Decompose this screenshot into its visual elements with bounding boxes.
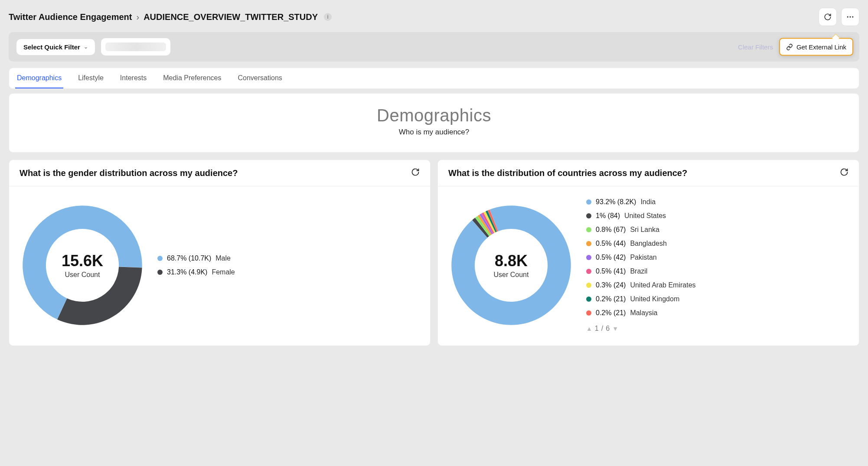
country-donut-chart bbox=[448, 202, 574, 328]
legend-label: Malaysia bbox=[630, 309, 657, 317]
breadcrumb-root[interactable]: Twitter Audience Engagement bbox=[9, 12, 132, 22]
legend-item[interactable]: 0.5% (44)Bangladesh bbox=[586, 240, 848, 248]
gender-donut: 15.6K User Count bbox=[20, 202, 145, 328]
legend-item[interactable]: 0.8% (67)Sri Lanka bbox=[586, 226, 848, 234]
legend-percent: 0.8% (67) bbox=[596, 226, 626, 234]
country-distribution-card: What is the distribution of countries ac… bbox=[437, 160, 859, 346]
legend-percent: 93.2% (8.2K) bbox=[596, 198, 636, 206]
quick-filter-label: Select Quick Filter bbox=[23, 43, 80, 51]
legend-swatch bbox=[586, 241, 591, 246]
legend-percent: 0.5% (44) bbox=[596, 240, 626, 248]
refresh-button[interactable] bbox=[819, 8, 837, 26]
more-horiz-icon bbox=[846, 13, 855, 21]
legend-label: Male bbox=[215, 254, 231, 262]
more-button[interactable] bbox=[841, 8, 859, 26]
pager-next-button[interactable]: ▼ bbox=[612, 325, 618, 332]
legend-label: Pakistan bbox=[630, 254, 656, 261]
legend-label: India bbox=[640, 198, 656, 206]
legend-item[interactable]: 0.3% (24)United Arab Emirates bbox=[586, 281, 848, 289]
pager-prev-button[interactable]: ▲ bbox=[586, 325, 592, 332]
legend-percent: 31.3% (4.9K) bbox=[167, 268, 207, 276]
legend-swatch bbox=[586, 283, 591, 288]
gender-legend: 68.7% (10.7K)Male31.3% (4.9K)Female bbox=[157, 254, 420, 276]
legend-item[interactable]: 0.2% (21)United Kingdom bbox=[586, 295, 848, 303]
legend-swatch bbox=[586, 269, 591, 274]
card-header: What is the gender distribution across m… bbox=[9, 160, 430, 186]
legend-item[interactable]: 93.2% (8.2K)India bbox=[586, 198, 848, 206]
breadcrumb-page: AUDIENCE_OVERVIEW_TWITTER_STUDY bbox=[144, 12, 318, 22]
legend-item[interactable]: 0.2% (21)Malaysia bbox=[586, 309, 848, 317]
tab-lifestyle[interactable]: Lifestyle bbox=[76, 68, 105, 88]
legend-swatch bbox=[157, 256, 163, 261]
get-external-link-button[interactable]: Get External Link bbox=[779, 38, 853, 56]
pager-current: 1 bbox=[595, 325, 599, 332]
breadcrumb: Twitter Audience Engagement › AUDIENCE_O… bbox=[9, 12, 332, 22]
refresh-icon bbox=[824, 13, 832, 21]
pager-sep: / bbox=[601, 325, 603, 332]
legend-swatch bbox=[586, 297, 591, 302]
legend-percent: 0.2% (21) bbox=[596, 295, 626, 303]
legend-percent: 0.5% (42) bbox=[596, 254, 626, 261]
card-header: What is the distribution of countries ac… bbox=[438, 160, 859, 186]
legend-item[interactable]: 1% (84)United States bbox=[586, 212, 848, 220]
svg-point-2 bbox=[852, 16, 853, 18]
section-subtitle: Who is my audience? bbox=[18, 128, 850, 137]
legend-percent: 0.3% (24) bbox=[596, 281, 626, 289]
legend-percent: 1% (84) bbox=[596, 212, 620, 220]
tabs-bar: Demographics Lifestyle Interests Media P… bbox=[9, 68, 859, 89]
card-refresh-button[interactable] bbox=[411, 168, 420, 178]
external-link-popover: Get External Link bbox=[779, 38, 853, 56]
legend-label: Bangladesh bbox=[630, 240, 667, 248]
legend-label: Brazil bbox=[630, 267, 647, 275]
country-donut: 8.8K User Count bbox=[448, 202, 574, 328]
info-icon[interactable]: i bbox=[324, 13, 332, 21]
section-hero: Demographics Who is my audience? bbox=[9, 93, 859, 153]
refresh-icon bbox=[411, 168, 420, 176]
filter-bar: Select Quick Filter ⌄ Clear Filters Get … bbox=[9, 32, 859, 62]
link-icon bbox=[786, 43, 793, 50]
pager-total: 6 bbox=[606, 325, 610, 332]
legend-item[interactable]: 31.3% (4.9K)Female bbox=[157, 268, 420, 276]
filter-bar-right: Clear Filters Get External Link bbox=[738, 38, 853, 56]
clear-filters-link[interactable]: Clear Filters bbox=[738, 43, 773, 51]
legend-label: United Arab Emirates bbox=[630, 281, 695, 289]
legend-swatch bbox=[586, 227, 591, 232]
tab-conversations[interactable]: Conversations bbox=[236, 68, 284, 88]
legend-swatch bbox=[586, 199, 591, 205]
country-legend: 93.2% (8.2K)India1% (84)United States0.8… bbox=[586, 198, 848, 332]
country-legend-pager: ▲ 1 / 6 ▼ bbox=[586, 325, 848, 332]
tab-media-preferences[interactable]: Media Preferences bbox=[161, 68, 223, 88]
donut-slice[interactable] bbox=[57, 267, 142, 325]
quick-filter-button[interactable]: Select Quick Filter ⌄ bbox=[16, 39, 95, 55]
legend-swatch bbox=[586, 213, 591, 218]
legend-item[interactable]: 68.7% (10.7K)Male bbox=[157, 254, 420, 262]
legend-item[interactable]: 0.5% (41)Brazil bbox=[586, 267, 848, 275]
legend-label: Female bbox=[212, 268, 235, 276]
legend-percent: 0.2% (21) bbox=[596, 309, 626, 317]
legend-item[interactable]: 0.5% (42)Pakistan bbox=[586, 254, 848, 261]
header-actions bbox=[819, 8, 859, 26]
legend-swatch bbox=[586, 310, 591, 316]
refresh-icon bbox=[840, 168, 848, 176]
legend-percent: 68.7% (10.7K) bbox=[167, 254, 211, 262]
tab-interests[interactable]: Interests bbox=[118, 68, 148, 88]
svg-point-0 bbox=[847, 16, 848, 18]
tab-demographics[interactable]: Demographics bbox=[15, 68, 63, 88]
legend-label: United States bbox=[624, 212, 666, 220]
legend-swatch bbox=[157, 270, 163, 275]
external-link-label: Get External Link bbox=[796, 43, 846, 51]
svg-point-1 bbox=[850, 16, 851, 18]
legend-percent: 0.5% (41) bbox=[596, 267, 626, 275]
header-row: Twitter Audience Engagement › AUDIENCE_O… bbox=[9, 8, 859, 26]
card-refresh-button[interactable] bbox=[840, 168, 848, 178]
chevron-down-icon: ⌄ bbox=[84, 44, 88, 50]
gender-distribution-card: What is the gender distribution across m… bbox=[9, 160, 431, 346]
legend-label: Sri Lanka bbox=[630, 226, 659, 234]
legend-label: United Kingdom bbox=[630, 295, 679, 303]
legend-swatch bbox=[586, 255, 591, 260]
donut-slice[interactable] bbox=[451, 205, 571, 325]
filter-loading-placeholder bbox=[101, 38, 170, 55]
cards-row: What is the gender distribution across m… bbox=[9, 160, 859, 346]
gender-donut-chart bbox=[20, 202, 145, 328]
card-title: What is the gender distribution across m… bbox=[20, 168, 238, 178]
